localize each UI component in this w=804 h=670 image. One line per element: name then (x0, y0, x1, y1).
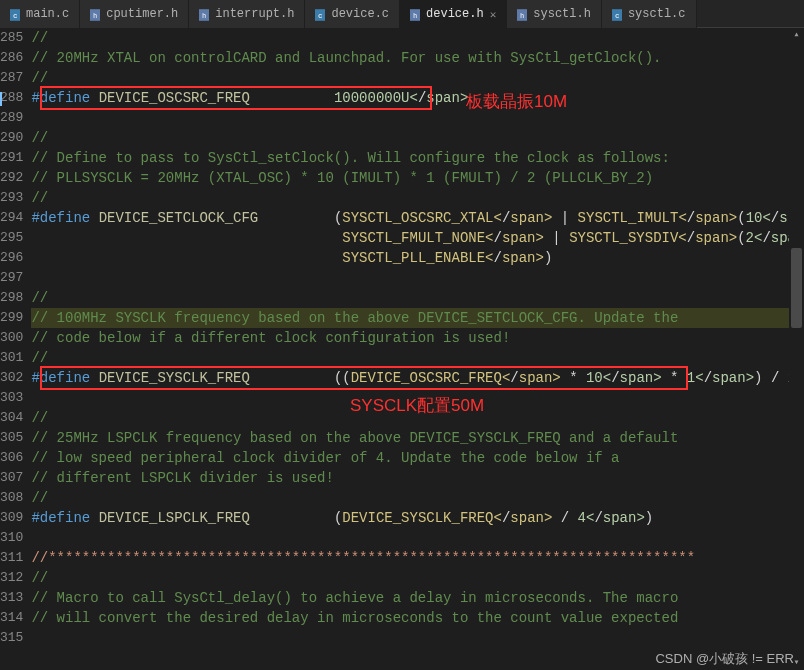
code-line[interactable]: // (31, 568, 804, 588)
close-icon[interactable]: ✕ (490, 8, 497, 21)
tab-label: interrupt.h (215, 7, 294, 21)
tab-label: main.c (26, 7, 69, 21)
code-line[interactable]: // (31, 128, 804, 148)
c-file-icon: c (612, 9, 622, 19)
code-line[interactable]: // (31, 188, 804, 208)
code-line[interactable]: // (31, 408, 804, 428)
svg-text:h: h (413, 12, 417, 19)
code-line[interactable]: // 20MHz XTAL on controlCARD and Launchp… (31, 48, 804, 68)
code-line[interactable]: // will convert the desired delay in mic… (31, 608, 804, 628)
code-editor[interactable]: 2852862872882892902912922932942952962972… (0, 28, 804, 670)
code-line[interactable]: #define DEVICE_LSPCLK_FREQ (DEVICE_SYSCL… (31, 508, 804, 528)
code-line[interactable]: // low speed peripheral clock divider of… (31, 448, 804, 468)
code-line[interactable]: // 100MHz SYSCLK frequency based on the … (31, 308, 804, 328)
tab-sysctl-h[interactable]: h sysctl.h (507, 0, 602, 28)
tab-interrupt-h[interactable]: h interrupt.h (189, 0, 305, 28)
code-line[interactable]: #define DEVICE_SYSCLK_FREQ ((DEVICE_OSCS… (31, 368, 804, 388)
code-line[interactable]: // (31, 28, 804, 48)
code-line[interactable]: // (31, 68, 804, 88)
code-line[interactable] (31, 388, 804, 408)
code-line[interactable]: // (31, 348, 804, 368)
code-line[interactable] (31, 268, 804, 288)
svg-text:c: c (615, 11, 619, 20)
code-line[interactable]: // Macro to call SysCtl_delay() to achie… (31, 588, 804, 608)
code-line[interactable]: // Define to pass to SysCtl_setClock(). … (31, 148, 804, 168)
h-file-icon: h (90, 9, 100, 19)
tab-main-c[interactable]: c main.c (0, 0, 80, 28)
h-file-icon: h (517, 9, 527, 19)
code-line[interactable]: // 25MHz LSPCLK frequency based on the a… (31, 428, 804, 448)
tab-label: cputimer.h (106, 7, 178, 21)
h-file-icon: h (199, 9, 209, 19)
tab-device-c[interactable]: c device.c (305, 0, 400, 28)
tab-label: device.c (331, 7, 389, 21)
code-line[interactable]: #define DEVICE_SETCLOCK_CFG (SYSCTL_OSCS… (31, 208, 804, 228)
code-line[interactable] (31, 108, 804, 128)
code-line[interactable]: // (31, 288, 804, 308)
tab-cputimer-h[interactable]: h cputimer.h (80, 0, 189, 28)
tab-label: sysctl.c (628, 7, 686, 21)
code-line[interactable]: // different LSPCLK divider is used! (31, 468, 804, 488)
code-line[interactable]: #define DEVICE_OSCSRC_FREQ 10000000U</sp… (31, 88, 804, 108)
c-file-icon: c (10, 9, 20, 19)
svg-text:h: h (520, 12, 524, 19)
tab-device-h[interactable]: h device.h ✕ (400, 0, 507, 28)
svg-text:c: c (319, 11, 323, 20)
code-line[interactable]: //**************************************… (31, 548, 804, 568)
tab-sysctl-c[interactable]: c sysctl.c (602, 0, 697, 28)
line-gutter: 2852862872882892902912922932942952962972… (0, 28, 31, 670)
svg-text:h: h (93, 12, 97, 19)
code-line[interactable] (31, 528, 804, 548)
tab-bar: c main.c h cputimer.h h interrupt.h c de… (0, 0, 804, 28)
svg-text:c: c (13, 11, 17, 20)
code-area[interactable]: //// 20MHz XTAL on controlCARD and Launc… (31, 28, 804, 670)
code-line[interactable]: // code below if a different clock confi… (31, 328, 804, 348)
svg-text:h: h (202, 12, 206, 19)
code-line[interactable]: SYSCTL_FMULT_NONE</span> | SYSCTL_SYSDIV… (31, 228, 804, 248)
watermark: CSDN @小破孩 != ERR (655, 650, 794, 668)
scroll-up-icon[interactable]: ▴ (789, 28, 804, 42)
c-file-icon: c (315, 9, 325, 19)
code-line[interactable] (31, 628, 804, 648)
code-line[interactable]: SYSCTL_PLL_ENABLE</span>) (31, 248, 804, 268)
code-line[interactable]: // (31, 488, 804, 508)
tab-label: sysctl.h (533, 7, 591, 21)
vertical-scrollbar[interactable]: ▴ ▾ (789, 28, 804, 670)
code-line[interactable]: // PLLSYSCLK = 20MHz (XTAL_OSC) * 10 (IM… (31, 168, 804, 188)
tab-label: device.h (426, 7, 484, 21)
h-file-icon: h (410, 9, 420, 19)
cursor-indicator (0, 92, 2, 106)
